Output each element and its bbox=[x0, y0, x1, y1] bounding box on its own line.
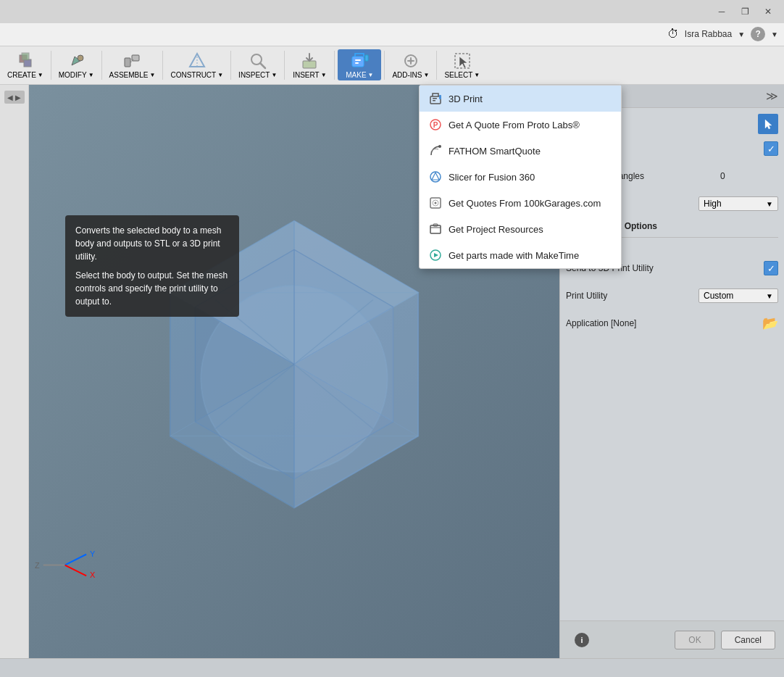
toolbar-insert[interactable]: INSERT▼ bbox=[288, 49, 331, 80]
menu-label-fathom: FATHOM SmartQuote bbox=[449, 146, 541, 157]
svg-rect-2 bbox=[22, 53, 29, 60]
toolbar-create[interactable]: CREATE▼ bbox=[3, 49, 48, 80]
svg-line-38 bbox=[64, 555, 86, 565]
menu-icon-maketime bbox=[428, 248, 443, 262]
inspect-label: INSPECT▼ bbox=[238, 71, 277, 79]
construct-label: CONSTRUCT▼ bbox=[170, 71, 223, 79]
toolbar-icons-row: CREATE▼ MODIFY▼ bbox=[0, 46, 784, 84]
make-label: MAKE▼ bbox=[346, 71, 373, 79]
menu-item-3dprint[interactable]: 3D Print bbox=[420, 86, 621, 112]
tooltip-line1: Converts the selected body to a mesh bod… bbox=[75, 224, 229, 263]
modify-icon bbox=[66, 51, 86, 71]
menu-item-100k[interactable]: Get Quotes From 100kGarages.com bbox=[420, 190, 621, 216]
left-panel: ◀ ▶ bbox=[0, 85, 29, 658]
num-triangles-value: 0 bbox=[720, 171, 778, 181]
svg-rect-55 bbox=[433, 98, 437, 99]
menu-icon-100k bbox=[428, 196, 443, 210]
top-menu-row: ⏱ Isra Rabbaa ▼ ? ▼ bbox=[0, 23, 784, 46]
history-icon[interactable]: ⏱ bbox=[667, 28, 679, 41]
cursor-icon[interactable] bbox=[758, 114, 778, 134]
toolbar-inspect[interactable]: INSPECT▼ bbox=[234, 49, 281, 80]
svg-rect-11 bbox=[303, 61, 316, 68]
divider-6 bbox=[334, 51, 335, 80]
menu-icon-fathom bbox=[428, 144, 443, 158]
menu-item-slicer[interactable]: Slicer for Fusion 360 bbox=[420, 164, 621, 190]
divider-4 bbox=[230, 51, 231, 80]
addins-icon bbox=[401, 51, 421, 71]
help-dropdown-arrow[interactable]: ▼ bbox=[771, 30, 778, 38]
cancel-button[interactable]: Cancel bbox=[721, 631, 775, 649]
send-to-3d-checkbox[interactable]: ✓ bbox=[764, 261, 778, 275]
user-dropdown-arrow[interactable]: ▼ bbox=[738, 30, 745, 38]
username-label[interactable]: Isra Rabbaa bbox=[685, 29, 732, 39]
select-icon bbox=[452, 51, 472, 71]
toolbar: ⏱ Isra Rabbaa ▼ ? ▼ CREATE▼ bbox=[0, 23, 784, 85]
svg-text:Z: Z bbox=[35, 561, 40, 570]
print-utility-dropdown[interactable]: Custom ▼ bbox=[698, 288, 778, 303]
menu-label-slicer: Slicer for Fusion 360 bbox=[449, 172, 535, 183]
divider-7 bbox=[384, 51, 385, 80]
menu-icon-slicer bbox=[428, 170, 443, 184]
toolbar-select[interactable]: SELECT▼ bbox=[440, 49, 484, 80]
toolbar-make[interactable]: MAKE▼ bbox=[338, 49, 381, 80]
toolbar-addins[interactable]: ADD-INS▼ bbox=[388, 49, 433, 80]
tooltip-box: Converts the selected body to a mesh bod… bbox=[65, 215, 239, 317]
modify-label: MODIFY▼ bbox=[59, 71, 94, 79]
divider-8 bbox=[436, 51, 437, 80]
menu-item-fathom[interactable]: FATHOM SmartQuote bbox=[420, 138, 621, 164]
inspect-icon bbox=[248, 51, 268, 71]
ok-button[interactable]: OK bbox=[675, 631, 714, 649]
select-label: SELECT▼ bbox=[444, 71, 480, 79]
maximize-button[interactable]: ❐ bbox=[735, 4, 755, 20]
menu-icon-3dprint bbox=[428, 91, 443, 106]
main-area: ◀ ▶ bbox=[0, 85, 784, 658]
svg-text:Y: Y bbox=[90, 549, 96, 558]
application-folder-icon[interactable]: 📂 bbox=[762, 315, 778, 331]
toolbar-construct[interactable]: CONSTRUCT▼ bbox=[166, 49, 228, 80]
status-bar bbox=[0, 658, 784, 677]
close-button[interactable]: ✕ bbox=[758, 4, 778, 20]
info-icon[interactable]: i bbox=[575, 633, 589, 647]
make-icon bbox=[349, 51, 370, 71]
menu-item-resources[interactable]: Get Project Resources bbox=[420, 216, 621, 242]
left-panel-toggle[interactable]: ◀ ▶ bbox=[4, 91, 25, 104]
addins-label: ADD-INS▼ bbox=[392, 71, 429, 79]
svg-point-60 bbox=[438, 145, 441, 148]
svg-point-17 bbox=[409, 59, 412, 62]
svg-rect-66 bbox=[430, 225, 441, 233]
print-utility-value: Custom bbox=[704, 291, 733, 301]
svg-marker-62 bbox=[432, 173, 439, 180]
minimize-button[interactable]: ─ bbox=[712, 4, 732, 20]
svg-text:X: X bbox=[90, 570, 96, 579]
help-button[interactable]: ? bbox=[751, 27, 765, 41]
toolbar-assemble[interactable]: ASSEMBLE▼ bbox=[105, 49, 160, 80]
preview-mesh-checkbox[interactable]: ✓ bbox=[764, 141, 778, 156]
menu-item-maketime[interactable]: Get parts made with MakeTime bbox=[420, 242, 621, 268]
svg-rect-14 bbox=[355, 62, 359, 64]
svg-point-65 bbox=[435, 202, 437, 204]
create-label: CREATE▼ bbox=[7, 71, 43, 79]
svg-rect-57 bbox=[439, 95, 441, 99]
divider-5 bbox=[284, 51, 285, 80]
make-dropdown-menu: 3D Print P Get A Quote From Proto Labs® … bbox=[419, 85, 622, 269]
svg-text:P: P bbox=[433, 121, 438, 129]
toolbar-modify[interactable]: MODIFY▼ bbox=[54, 49, 99, 80]
refinement-value: High bbox=[704, 199, 722, 209]
divider-2 bbox=[101, 51, 102, 80]
menu-label-3dprint: 3D Print bbox=[449, 94, 483, 104]
panel-footer: i OK Cancel bbox=[560, 620, 784, 658]
expand-icon[interactable]: ≫ bbox=[766, 89, 778, 103]
menu-item-quote-proto[interactable]: P Get A Quote From Proto Labs® bbox=[420, 112, 621, 138]
print-utility-arrow: ▼ bbox=[766, 292, 773, 300]
create-icon bbox=[15, 51, 36, 71]
divider-1 bbox=[51, 51, 51, 80]
menu-icon-resources bbox=[428, 222, 443, 236]
svg-line-10 bbox=[260, 63, 265, 68]
insert-label: INSERT▼ bbox=[293, 71, 326, 79]
menu-label-resources: Get Project Resources bbox=[449, 224, 543, 235]
insert-icon bbox=[299, 51, 320, 71]
refinement-dropdown[interactable]: High ▼ bbox=[698, 196, 778, 211]
svg-rect-13 bbox=[355, 59, 361, 61]
user-menu[interactable]: ⏱ Isra Rabbaa ▼ ? ▼ bbox=[667, 27, 778, 41]
svg-point-3 bbox=[78, 55, 83, 61]
